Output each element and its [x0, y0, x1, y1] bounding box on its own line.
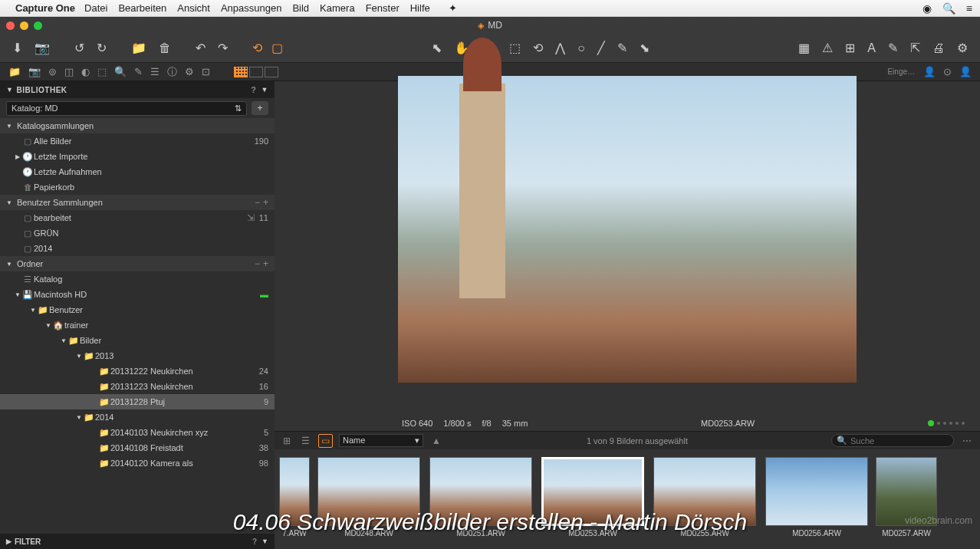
- plus-icon[interactable]: +: [263, 197, 268, 208]
- folder-bilder[interactable]: ▼📁 Bilder: [0, 333, 275, 348]
- thumbnail-selected[interactable]: MD0253.ARW: [540, 457, 646, 537]
- lens-tab-icon[interactable]: ⊚: [44, 64, 61, 79]
- app-switcher-icon[interactable]: ✦: [449, 2, 457, 14]
- variants-icon[interactable]: ▢: [267, 38, 288, 58]
- undo-icon[interactable]: ↶: [191, 38, 210, 58]
- thumbnail[interactable]: MD0255.ARW: [652, 457, 758, 537]
- keystone-icon[interactable]: ⋀: [551, 38, 570, 58]
- folder-20131228-ptuj[interactable]: 📁 20131228 Ptuj 9: [0, 394, 275, 409]
- maximize-button[interactable]: [34, 21, 42, 30]
- crop-tab-icon[interactable]: ⬚: [94, 64, 110, 79]
- folder-trainer[interactable]: ▼🏠 trainer: [0, 317, 275, 333]
- heal-icon[interactable]: ✎: [613, 38, 632, 58]
- creative-cloud-icon[interactable]: ◉: [922, 2, 932, 15]
- menu-anpassungen[interactable]: Anpassungen: [221, 2, 282, 14]
- menu-list-icon[interactable]: ≡: [966, 2, 972, 15]
- folder-katalog[interactable]: ☰ Katalog: [0, 271, 275, 287]
- exposure-warn-icon[interactable]: ▦: [794, 38, 814, 58]
- view-grid-icon[interactable]: [234, 67, 248, 77]
- spotlight-icon[interactable]: 🔍: [942, 2, 955, 15]
- sidebar-item-letzte-importe[interactable]: ▶ 🕐 Letzte Importe: [0, 149, 275, 164]
- library-tab-icon[interactable]: 📁: [5, 64, 25, 79]
- redo-icon[interactable]: ↷: [213, 38, 232, 58]
- thumbnail[interactable]: 7.ARW: [279, 457, 310, 537]
- section-katalogsammlungen[interactable]: ▼Katalogsammlungen: [0, 118, 275, 133]
- adjust-tab-icon[interactable]: ✎: [130, 64, 146, 79]
- thumbnail[interactable]: MD0251.ARW: [428, 457, 534, 537]
- user2-icon[interactable]: 👤: [955, 64, 975, 79]
- folder-benutzer[interactable]: ▼📁 Benutzer: [0, 302, 275, 317]
- trash-icon[interactable]: 🗑: [154, 38, 176, 58]
- menu-bild[interactable]: Bild: [292, 2, 309, 14]
- capture-tab-icon[interactable]: 📷: [25, 64, 44, 79]
- sort-selector[interactable]: Name ▾: [339, 434, 423, 447]
- panel-title-filter[interactable]: ▶ FILTER ? ▼: [0, 534, 275, 549]
- toggle-icon[interactable]: ⊙: [939, 64, 955, 79]
- color-tab-icon[interactable]: ◫: [61, 64, 77, 79]
- menu-fenster[interactable]: Fenster: [366, 2, 400, 14]
- menu-icon[interactable]: ▼: [261, 86, 268, 94]
- sidebar-item-2014-album[interactable]: ▢ 2014: [0, 241, 275, 256]
- minus-icon[interactable]: −: [255, 258, 260, 269]
- folder-open-icon[interactable]: 📁: [127, 38, 151, 58]
- folder-20140103[interactable]: 📁 20140103 Neukirchen xyz 5: [0, 425, 275, 440]
- section-ordner[interactable]: ▼Ordner − +: [0, 256, 275, 271]
- view-grid-icon[interactable]: ⊞: [281, 435, 293, 447]
- catalog-selector[interactable]: Katalog: MD ⇅: [6, 101, 247, 116]
- menu-bearbeiten[interactable]: Bearbeiten: [118, 2, 166, 14]
- add-catalog-button[interactable]: +: [252, 101, 268, 115]
- search-input[interactable]: [850, 436, 949, 445]
- panel-title-bibliothek[interactable]: ▼ BIBLIOTHEK ? ▼: [0, 81, 275, 98]
- grid-icon[interactable]: ⊞: [840, 38, 860, 58]
- thumbnail[interactable]: MD0248.ARW: [316, 457, 422, 537]
- import-icon[interactable]: ⬇: [8, 38, 27, 58]
- warning-icon[interactable]: ⚠: [817, 38, 837, 58]
- search-field[interactable]: 🔍: [831, 434, 954, 447]
- menu-datei[interactable]: Datei: [84, 2, 107, 14]
- menu-icon[interactable]: ▼: [261, 537, 268, 545]
- rotate-tool-icon[interactable]: ⟲: [528, 38, 548, 58]
- output-tab-icon[interactable]: ⓘ: [163, 64, 181, 81]
- share-icon[interactable]: ⇱: [906, 38, 925, 58]
- edit-icon[interactable]: ✎: [883, 38, 903, 58]
- preview-pane[interactable]: ISO 640 1/800 s f/8 35 mm MD0253.ARW: [275, 81, 980, 431]
- annotation-icon[interactable]: A: [863, 38, 880, 58]
- user-icon[interactable]: 👤: [919, 64, 939, 79]
- menu-ansicht[interactable]: Ansicht: [177, 2, 210, 14]
- thumbnail-strip[interactable]: 7.ARW MD0248.ARW MD0251.ARW MD0253.ARW M…: [275, 449, 980, 549]
- minus-icon[interactable]: −: [255, 197, 260, 208]
- metadata-tab-icon[interactable]: ☰: [146, 64, 163, 79]
- view-single-icon[interactable]: [265, 67, 278, 77]
- close-button[interactable]: [6, 21, 15, 30]
- view-list-icon[interactable]: ☰: [299, 435, 312, 447]
- brush-icon[interactable]: ╱: [593, 38, 610, 58]
- section-benutzer[interactable]: ▼Benutzer Sammlungen − +: [0, 195, 275, 210]
- menu-hilfe[interactable]: Hilfe: [410, 2, 430, 14]
- app-name[interactable]: Capture One: [15, 2, 75, 14]
- view-filmstrip-icon[interactable]: ▭: [318, 434, 333, 448]
- more-icon[interactable]: ⋯: [960, 435, 974, 447]
- exposure-tab-icon[interactable]: ◐: [77, 64, 94, 79]
- folder-2013[interactable]: ▼📁 2013: [0, 348, 275, 363]
- thumbnail[interactable]: MD0256.ARW: [764, 457, 870, 537]
- menu-kamera[interactable]: Kamera: [320, 2, 355, 14]
- folder-20131222[interactable]: 📁 20131222 Neukirchen 24: [0, 363, 275, 379]
- folder-2014[interactable]: ▼📁 2014: [0, 409, 275, 425]
- plus-icon[interactable]: +: [263, 258, 268, 269]
- help-icon[interactable]: ?: [252, 537, 257, 546]
- crop-icon[interactable]: ⬚: [505, 38, 525, 58]
- minimize-button[interactable]: [20, 21, 28, 30]
- sidebar-item-gruen[interactable]: ▢ GRÜN: [0, 225, 275, 241]
- batch-tab-icon[interactable]: ⊡: [198, 64, 214, 79]
- view-split-icon[interactable]: [249, 67, 263, 77]
- folder-20140120[interactable]: 📁 20140120 Kamera als 98: [0, 455, 275, 471]
- help-icon[interactable]: ?: [251, 85, 256, 94]
- login-status[interactable]: Einge…: [887, 67, 915, 76]
- reset-icon[interactable]: ⟲: [248, 38, 267, 58]
- picker-icon[interactable]: ⬊: [635, 38, 654, 58]
- rotate-left-icon[interactable]: ↺: [70, 38, 89, 58]
- folder-20140108[interactable]: 📁 20140108 Freistadt 38: [0, 440, 275, 455]
- details-tab-icon[interactable]: 🔍: [110, 64, 130, 79]
- sidebar-item-alle-bilder[interactable]: ▢ Alle Bilder 190: [0, 133, 275, 149]
- folder-20131223[interactable]: 📁 20131223 Neukirchen 16: [0, 379, 275, 394]
